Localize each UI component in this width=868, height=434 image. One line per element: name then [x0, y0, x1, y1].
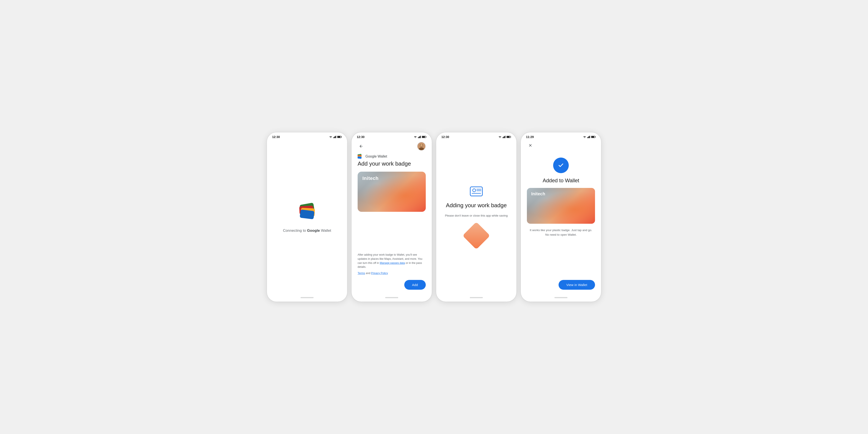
screen3-main: Adding your work badge Please don't leav… [442, 140, 510, 295]
google-wallet-icon [298, 203, 317, 222]
status-bar-1: 12:30 [267, 132, 347, 140]
svg-rect-12 [422, 136, 425, 138]
add-button-row: Add [358, 276, 426, 295]
svg-rect-8 [419, 137, 420, 138]
status-bar-2: 12:30 [351, 132, 432, 140]
user-avatar[interactable] [417, 142, 426, 151]
status-icons-3 [498, 135, 511, 138]
status-icons-4 [583, 135, 596, 138]
phone-screen-3: 12:30 [436, 132, 517, 302]
work-badge-icon [470, 186, 483, 196]
status-time-1: 12:30 [272, 135, 280, 139]
badge-card-2: Initech [358, 172, 426, 212]
svg-rect-10 [420, 135, 421, 138]
svg-rect-7 [418, 137, 418, 138]
battery-icon-2 [422, 135, 427, 138]
terms-privacy-line: Terms and Privacy Policy [358, 272, 426, 275]
status-time-2: 12:30 [357, 135, 365, 139]
view-button-row: View in Wallet [527, 276, 595, 295]
screen2-title: Add your work badge [358, 160, 426, 167]
and-text: and [365, 272, 371, 275]
home-indicator-2 [351, 295, 432, 302]
battery-icon [337, 135, 342, 138]
privacy-link[interactable]: Privacy Policy [371, 272, 388, 275]
svg-rect-38 [595, 136, 596, 137]
screen1-main: Connecting to Google Wallet [273, 140, 341, 295]
avatar-image [417, 142, 425, 150]
home-bar-3 [470, 297, 483, 298]
svg-point-28 [473, 189, 476, 192]
svg-rect-25 [507, 136, 509, 138]
screen2-body: Google Wallet Add your work badge Initec… [351, 140, 432, 295]
id-card-icon [470, 186, 483, 196]
home-indicator-1 [267, 295, 347, 302]
svg-rect-20 [503, 137, 503, 138]
wifi-icon-2 [413, 135, 417, 138]
svg-rect-33 [588, 137, 589, 138]
close-icon [528, 143, 532, 148]
svg-rect-6 [341, 136, 342, 137]
badge-company-2: Initech [362, 176, 378, 181]
wifi-icon-3 [498, 135, 502, 138]
screen2-header [358, 140, 426, 154]
screen4-body: Added to Wallet Initech It works like yo… [521, 140, 601, 295]
added-description: It works like your plastic badge. Just t… [528, 228, 594, 237]
battery-icon-4 [591, 135, 596, 138]
signal-icon-3 [503, 135, 506, 138]
svg-rect-1 [334, 137, 335, 138]
svg-point-17 [420, 144, 423, 147]
wifi-icon [329, 135, 333, 138]
success-checkmark [553, 158, 569, 173]
terms-link[interactable]: Terms [358, 272, 365, 275]
svg-rect-5 [337, 136, 340, 138]
svg-rect-23 [505, 135, 506, 138]
badge-company-4: Initech [531, 191, 545, 196]
loading-diamond [462, 222, 490, 250]
home-indicator-4 [521, 295, 601, 302]
google-wallet-logo-mini [358, 154, 364, 159]
connecting-text: Connecting to Google Wallet [283, 228, 331, 233]
screen4-title: Added to Wallet [543, 178, 579, 184]
phone-screen-4: 11:29 [521, 132, 601, 302]
svg-rect-13 [426, 136, 426, 137]
svg-rect-32 [587, 137, 588, 138]
svg-point-19 [422, 145, 423, 145]
signal-icon-2 [418, 135, 421, 138]
svg-rect-37 [591, 136, 594, 138]
status-time-4: 11:29 [526, 135, 534, 139]
view-in-wallet-button[interactable]: View in Wallet [559, 280, 595, 290]
svg-rect-2 [335, 136, 336, 138]
screen3-title: Adding your work badge [446, 202, 507, 209]
svg-rect-35 [590, 135, 590, 138]
status-bar-3: 12:30 [436, 132, 517, 140]
back-button[interactable] [358, 143, 365, 150]
info-block: After adding your work badge to Wallet, … [358, 253, 426, 276]
signal-icon-4 [587, 135, 590, 138]
home-bar-4 [554, 297, 567, 298]
svg-rect-21 [503, 137, 504, 138]
add-button[interactable]: Add [404, 280, 426, 290]
home-bar-1 [301, 297, 314, 298]
back-arrow-icon [359, 144, 363, 148]
svg-rect-22 [504, 136, 505, 138]
avatar-person-icon [417, 142, 425, 150]
screen3-body: Adding your work badge Please don't leav… [436, 140, 517, 295]
checkmark-icon [557, 161, 565, 169]
badge-card-4: Initech [527, 188, 595, 224]
signal-icon [333, 135, 336, 138]
close-button[interactable] [527, 142, 534, 149]
manage-passes-link[interactable]: Manage passes data [380, 261, 405, 265]
phone-screen-2: 12:30 [351, 132, 432, 302]
home-bar-2 [385, 297, 398, 298]
svg-rect-27 [470, 187, 483, 196]
status-icons-1 [329, 135, 342, 138]
status-icons-2 [413, 135, 427, 138]
battery-icon-3 [506, 135, 511, 138]
svg-rect-3 [336, 135, 336, 138]
screen1-body: Connecting to Google Wallet [267, 140, 347, 295]
svg-rect-26 [510, 136, 511, 137]
info-paragraph: After adding your work badge to Wallet, … [358, 253, 426, 269]
google-bold-text: Google [307, 228, 320, 232]
svg-rect-34 [589, 136, 589, 138]
logo-blue-card [358, 156, 362, 159]
